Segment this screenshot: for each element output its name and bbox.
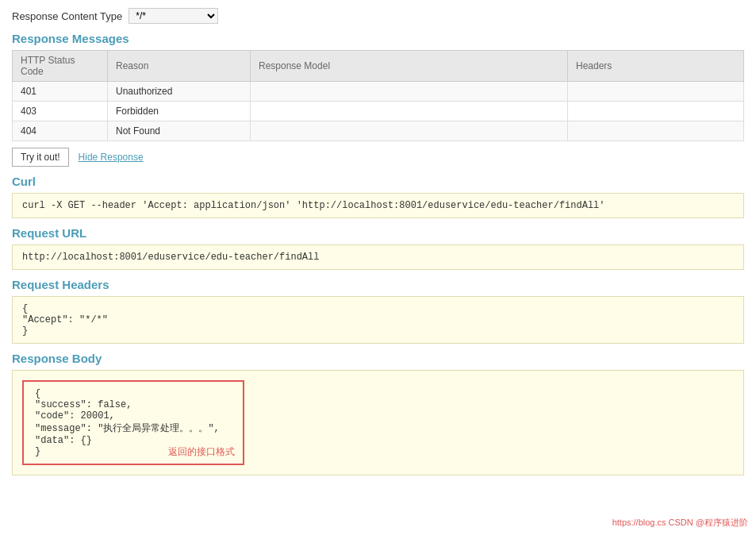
actions-row: Try it out! Hide Response [12, 148, 744, 167]
body-line: "code": 20001, [35, 410, 232, 421]
response-content-type-label: Response Content Type [12, 10, 122, 22]
table-cell-model [251, 121, 568, 141]
request-url-value: http://localhost:8001/eduservice/edu-tea… [12, 244, 744, 270]
col-header-reason: Reason [108, 51, 251, 82]
response-body-container: { "success": false, "code": 20001, "mess… [12, 370, 744, 475]
response-content-type-row: Response Content Type */* application/js… [12, 8, 744, 24]
table-cell-reason: Forbidden [108, 102, 251, 121]
request-headers-block: { "Accept": "*/*"} [12, 296, 744, 344]
table-row: 401Unauthorized [13, 82, 744, 102]
table-cell-statusCode: 401 [13, 82, 108, 102]
response-body-inner: { "success": false, "code": 20001, "mess… [22, 380, 244, 465]
table-cell-headers [568, 121, 744, 141]
body-line: "success": false, [35, 399, 232, 410]
hide-response-link[interactable]: Hide Response [79, 152, 144, 163]
header-line: { [22, 303, 734, 314]
table-cell-model [251, 102, 568, 121]
return-label: 返回的接口格式 [168, 445, 235, 459]
request-url-title: Request URL [12, 226, 744, 240]
curl-title: Curl [12, 175, 744, 188]
table-cell-reason: Unauthorized [108, 82, 251, 102]
body-line: "data": {} [35, 435, 232, 446]
table-row: 404Not Found [13, 121, 744, 141]
table-row: 403Forbidden [13, 102, 744, 121]
table-cell-headers [568, 82, 744, 102]
col-header-headers: Headers [568, 51, 744, 82]
col-header-status: HTTP Status Code [13, 51, 108, 82]
try-it-button[interactable]: Try it out! [12, 148, 69, 167]
response-messages-title: Response Messages [12, 32, 744, 45]
body-line: "message": "执行全局异常处理。。。", [35, 421, 232, 435]
body-line: { [35, 388, 232, 399]
curl-value: curl -X GET --header 'Accept: applicatio… [12, 193, 744, 218]
response-content-type-select[interactable]: */* application/json text/plain [129, 8, 218, 24]
table-cell-statusCode: 404 [13, 121, 108, 141]
col-header-model: Response Model [251, 51, 568, 82]
response-messages-table: HTTP Status Code Reason Response Model H… [12, 50, 744, 141]
response-body-title: Response Body [12, 352, 744, 365]
table-cell-statusCode: 403 [13, 102, 108, 121]
table-cell-reason: Not Found [108, 121, 251, 141]
header-line: "Accept": "*/*" [22, 314, 734, 325]
table-cell-model [251, 82, 568, 102]
header-line: } [22, 325, 734, 337]
request-headers-title: Request Headers [12, 278, 744, 291]
table-cell-headers [568, 102, 744, 121]
